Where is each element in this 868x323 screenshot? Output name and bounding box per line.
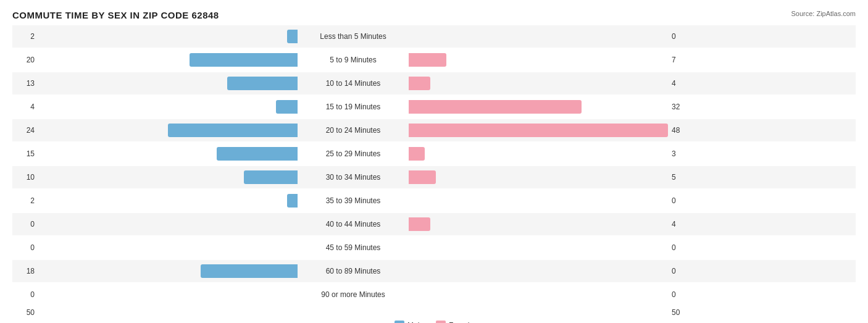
female-bar-area <box>409 194 668 208</box>
source-label: Source: ZipAtlas.com <box>791 10 856 17</box>
table-row: 2 35 to 39 Minutes 0 <box>12 190 856 212</box>
female-value: 4 <box>668 79 694 88</box>
male-value: 0 <box>12 290 38 299</box>
legend-female: Female <box>436 321 474 323</box>
row-label: 25 to 29 Minutes <box>298 149 409 158</box>
female-bar <box>409 77 430 90</box>
female-bar-area <box>409 30 668 43</box>
row-label: 30 to 34 Minutes <box>298 173 409 182</box>
male-value: 20 <box>12 56 38 64</box>
male-bar-area <box>38 288 298 301</box>
table-row: 0 40 to 44 Minutes 4 <box>12 213 856 235</box>
female-bar <box>409 217 430 231</box>
female-bar-area <box>409 217 668 231</box>
table-row: 4 15 to 19 Minutes 32 <box>12 96 856 118</box>
table-row: 0 45 to 59 Minutes 0 <box>12 237 856 259</box>
row-label: 20 to 24 Minutes <box>298 126 409 135</box>
male-value: 18 <box>12 267 38 275</box>
row-label: 60 to 89 Minutes <box>298 267 409 275</box>
male-bar-area <box>38 77 298 90</box>
male-bar <box>217 147 298 161</box>
male-bar-area <box>38 124 298 137</box>
legend-female-box <box>436 321 446 323</box>
male-value: 2 <box>12 32 38 41</box>
male-bar-area <box>38 194 298 208</box>
female-bar-area <box>409 147 668 161</box>
female-bar-area <box>409 53 668 67</box>
row-label: 10 to 14 Minutes <box>298 79 409 88</box>
row-label: Less than 5 Minutes <box>298 32 409 41</box>
female-value: 32 <box>668 103 694 111</box>
legend-male: Male <box>394 321 424 323</box>
legend: Male Female <box>12 321 856 323</box>
male-bar-area <box>38 241 298 254</box>
row-label: 5 to 9 Minutes <box>298 56 409 64</box>
female-value: 0 <box>668 290 694 299</box>
male-bar-area <box>38 217 298 231</box>
female-bar-area <box>409 100 668 114</box>
table-row: 15 25 to 29 Minutes 3 <box>12 143 856 165</box>
male-value: 10 <box>12 173 38 182</box>
male-value: 2 <box>12 196 38 205</box>
female-bar <box>409 100 582 114</box>
female-bar-area <box>409 288 668 301</box>
female-bar <box>409 124 668 137</box>
male-bar <box>287 194 298 208</box>
male-bar <box>168 124 298 137</box>
table-row: 24 20 to 24 Minutes 48 <box>12 119 856 141</box>
female-value: 48 <box>668 126 694 135</box>
female-bar-area <box>409 264 668 278</box>
female-value: 0 <box>668 267 694 275</box>
male-value: 24 <box>12 126 38 135</box>
male-value: 13 <box>12 79 38 88</box>
female-value: 5 <box>668 173 694 182</box>
axis-row: 50 50 <box>12 308 856 317</box>
female-bar-area <box>409 77 668 90</box>
male-bar-area <box>38 100 298 114</box>
female-bar <box>409 53 446 67</box>
male-bar <box>276 100 298 114</box>
female-value: 4 <box>668 220 694 229</box>
female-bar <box>409 170 436 184</box>
female-bar-area <box>409 170 668 184</box>
row-label: 90 or more Minutes <box>298 290 409 299</box>
male-bar <box>287 30 298 43</box>
chart-area: 2 Less than 5 Minutes 0 20 5 to 9 Minute… <box>12 25 856 306</box>
table-row: 20 5 to 9 Minutes 7 <box>12 49 856 71</box>
row-label: 45 to 59 Minutes <box>298 243 409 252</box>
female-bar <box>409 147 425 161</box>
male-bar <box>244 170 298 184</box>
row-label: 15 to 19 Minutes <box>298 103 409 111</box>
male-bar-area <box>38 53 298 67</box>
male-bar <box>201 264 298 278</box>
female-value: 7 <box>668 56 694 64</box>
table-row: 18 60 to 89 Minutes 0 <box>12 260 856 282</box>
male-bar-area <box>38 147 298 161</box>
female-value: 0 <box>668 196 694 205</box>
male-bar <box>190 53 298 67</box>
female-bar-area <box>409 241 668 254</box>
male-bar-area <box>38 30 298 43</box>
axis-right-val: 50 <box>668 308 694 317</box>
male-value: 0 <box>12 220 38 229</box>
male-bar-area <box>38 264 298 278</box>
male-value: 0 <box>12 243 38 252</box>
male-bar <box>227 77 298 90</box>
female-bar-area <box>409 124 668 137</box>
axis-left-val: 50 <box>12 308 38 317</box>
row-label: 35 to 39 Minutes <box>298 196 409 205</box>
male-bar-area <box>38 170 298 184</box>
male-value: 15 <box>12 149 38 158</box>
row-label: 40 to 44 Minutes <box>298 220 409 229</box>
chart-title: COMMUTE TIME BY SEX IN ZIP CODE 62848 <box>12 10 856 20</box>
female-value: 3 <box>668 149 694 158</box>
female-value: 0 <box>668 243 694 252</box>
chart-container: COMMUTE TIME BY SEX IN ZIP CODE 62848 So… <box>0 0 868 323</box>
table-row: 13 10 to 14 Minutes 4 <box>12 72 856 94</box>
female-value: 0 <box>668 32 694 41</box>
legend-male-box <box>394 321 404 323</box>
table-row: 10 30 to 34 Minutes 5 <box>12 166 856 188</box>
table-row: 0 90 or more Minutes 0 <box>12 283 856 306</box>
male-value: 4 <box>12 103 38 111</box>
table-row: 2 Less than 5 Minutes 0 <box>12 25 856 48</box>
